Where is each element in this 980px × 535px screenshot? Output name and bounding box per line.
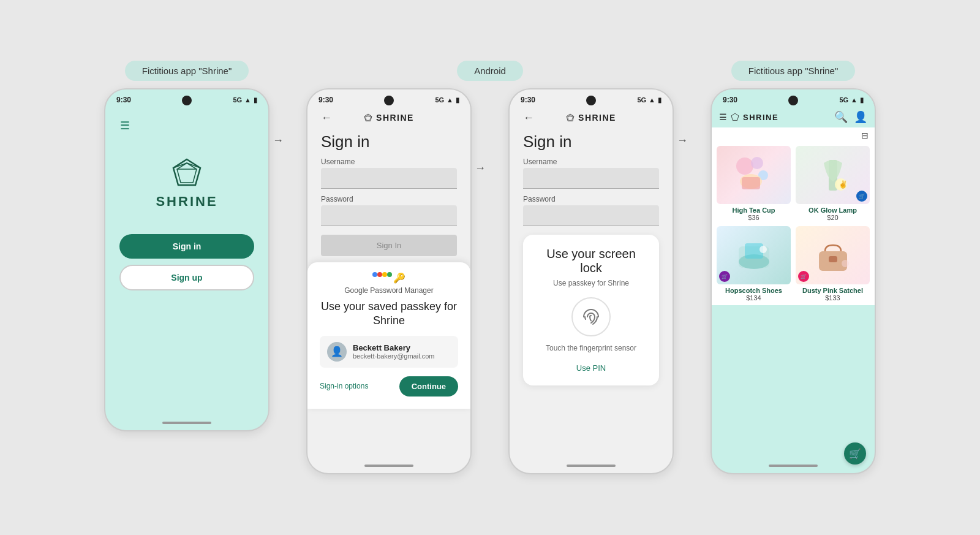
account-icon-4[interactable]: 👤 (854, 110, 867, 124)
screenlock-sub: Use passkey for Shrine (535, 279, 647, 287)
filter-icon-4[interactable]: ⊟ (861, 131, 869, 140)
svg-marker-6 (366, 115, 371, 121)
shrine-diamond-icon (171, 157, 203, 189)
svg-marker-11 (731, 113, 739, 120)
phone3-content: ← SHRINE Sign in Username P (510, 107, 673, 385)
arrow-line-3 (677, 134, 707, 147)
section-label-2: Android (457, 61, 523, 81)
google-dot-red (377, 272, 382, 277)
product-img-2: 🛒 (717, 226, 791, 284)
shrine-icon-2 (364, 113, 372, 122)
username-input-3[interactable] (523, 168, 659, 189)
shoes-svg (733, 234, 775, 277)
username-label-2: Username (321, 157, 457, 166)
pm-logo: 🔑 (320, 272, 458, 284)
battery-icon: ▮ (254, 96, 257, 104)
password-input-2[interactable] (321, 205, 457, 226)
shrine-icon-4 (731, 113, 739, 121)
svg-point-12 (736, 157, 753, 175)
sign-in-title-3: Sign in (523, 132, 659, 151)
section-android: Android 9:30 5G ▲ ▮ ← (306, 61, 674, 474)
shrine-title-1: SHRINE (156, 194, 217, 210)
tea-cup-svg (733, 154, 775, 197)
product-card-3: 🛒 Dusty Pink Satchel $133 (796, 226, 870, 302)
hamburger-icon-4[interactable]: ☰ (719, 112, 727, 122)
screenlock-sheet: Use your screen lock Use passkey for Shr… (523, 235, 659, 385)
time-4: 9:30 (723, 96, 737, 104)
android-phones: 9:30 5G ▲ ▮ ← (306, 88, 674, 474)
product-img-wrap-3: 🛒 (796, 226, 870, 284)
shrine-nav-title: SHRINE (743, 113, 778, 122)
product-card-1: ✌ 🛒 OK Glow Lamp $20 (796, 146, 870, 221)
status-icons-4: 5G ▲ ▮ (839, 96, 864, 104)
signup-button-1[interactable]: Sign up (119, 265, 254, 290)
status-icons-2: 5G ▲ ▮ (435, 96, 459, 104)
pm-account[interactable]: 👤 Beckett Bakery beckett-bakery@gmail.co… (320, 336, 458, 368)
pm-account-email: beckett-bakery@gmail.com (353, 352, 434, 360)
use-pin-link[interactable]: Use PIN (576, 363, 606, 373)
back-arrow-3[interactable]: ← (523, 112, 534, 124)
arrow-line-2 (475, 162, 505, 175)
google-dot-green (387, 272, 392, 277)
app-name-2: SHRINE (376, 113, 414, 123)
home-indicator-3 (567, 465, 616, 467)
menu-icon[interactable]: ☰ (120, 119, 130, 132)
pm-actions: Sign-in options Continue (320, 376, 458, 397)
svg-point-13 (751, 157, 763, 169)
signal-bars-icon-3: ▲ (649, 96, 655, 104)
satchel-svg (812, 234, 854, 277)
shrine-logo: SHRINE (156, 157, 217, 210)
pm-title: Google Password Manager (320, 286, 458, 295)
product-img-wrap-2: 🛒 (717, 226, 791, 284)
camera-notch-3 (586, 96, 596, 105)
phone3-topbar: ← SHRINE (523, 107, 659, 127)
lamp-svg: ✌ (812, 154, 854, 197)
arrow-2 (472, 88, 508, 175)
back-arrow-2[interactable]: ← (321, 112, 332, 124)
pm-signin-options[interactable]: Sign-in options (320, 382, 368, 390)
home-indicator-4 (769, 465, 818, 467)
status-bar-1: 9:30 5G ▲ ▮ (105, 89, 268, 107)
product-img-wrap-1: ✌ 🛒 (796, 146, 870, 204)
section-label-1: Fictitious app "Shrine" (125, 61, 249, 81)
phone2-topbar: ← SHRINE (321, 107, 457, 127)
signal-bars-icon-4: ▲ (851, 96, 858, 104)
arrow-3 (674, 61, 710, 147)
username-input-2[interactable] (321, 168, 457, 189)
svg-marker-9 (568, 115, 573, 121)
google-dot-blue (372, 272, 377, 277)
pm-continue-button[interactable]: Continue (399, 376, 458, 397)
product-img-1: ✌ 🛒 (796, 146, 870, 204)
svg-rect-25 (829, 256, 837, 262)
google-dot-yellow (382, 272, 387, 277)
signin-button-1[interactable]: Sign in (119, 234, 254, 259)
section-shrine-1: Fictitious app "Shrine" 9:30 5G ▲ ▮ ☰ (104, 61, 270, 431)
badge-icon-1: 🛒 (859, 194, 865, 199)
product-card-0: High Tea Cup $36 (717, 146, 791, 221)
signal-bars-icon-2: ▲ (447, 96, 453, 104)
product-name-0: High Tea Cup (717, 207, 791, 214)
signin-btn-gray-2[interactable]: Sign In (321, 235, 457, 256)
arrow-1 (270, 61, 306, 147)
shrine-icon-3 (566, 113, 575, 122)
fingerprint-svg (580, 306, 602, 328)
search-icon-4[interactable]: 🔍 (834, 110, 848, 124)
battery-icon-3: ▮ (658, 96, 662, 104)
pm-heading: Use your saved passkey for Shrine (320, 300, 458, 328)
phone4-right-icons: 🔍 👤 (834, 110, 867, 124)
shrine-topbar-2: SHRINE (364, 113, 414, 123)
signal-4: 5G (839, 96, 848, 104)
section-shrine-3: Fictitious app "Shrine" 9:30 5G ▲ ▮ ☰ SH… (710, 61, 876, 474)
phone-1: 9:30 5G ▲ ▮ ☰ S (104, 88, 270, 431)
signal-2: 5G (435, 96, 444, 104)
phone4-nav-icons: ☰ SHRINE (719, 112, 778, 122)
shrine-topbar-3: SHRINE (566, 113, 616, 123)
battery-icon-4: ▮ (860, 96, 864, 104)
camera-notch-1 (182, 96, 192, 105)
password-input-3[interactable] (523, 205, 659, 226)
product-name-2: Hopscotch Shoes (717, 287, 791, 294)
product-grid: High Tea Cup $36 ✌ (712, 142, 875, 305)
pm-account-icon: 👤 (327, 342, 347, 362)
status-bar-3: 9:30 5G ▲ ▮ (510, 89, 673, 107)
cart-fab[interactable]: 🛒 (844, 442, 866, 465)
